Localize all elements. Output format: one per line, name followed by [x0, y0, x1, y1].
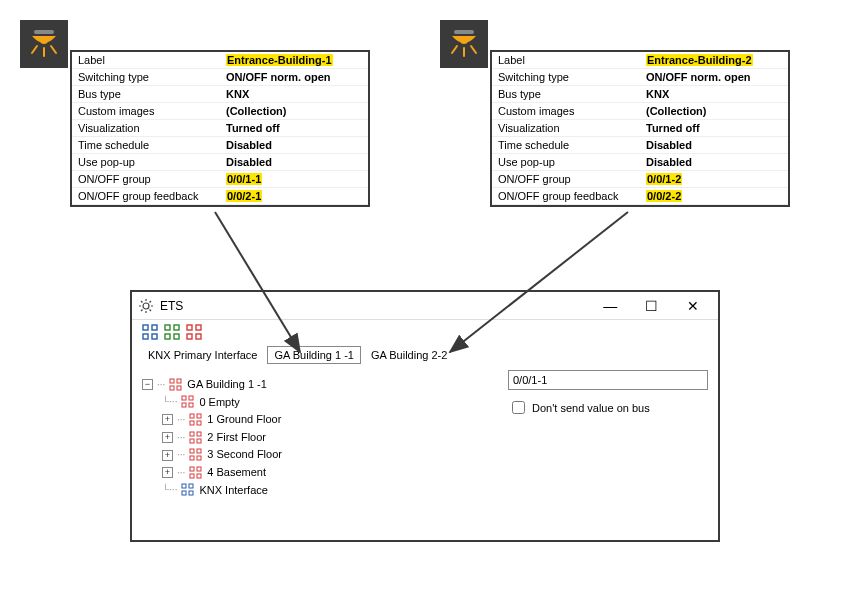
group-icon	[189, 413, 203, 427]
tree-root-label: GA Building 1 -1	[187, 376, 267, 394]
dont-send-label: Don't send value on bus	[532, 402, 650, 414]
prop-key: Custom images	[72, 103, 220, 120]
tab-ga-building-1[interactable]: GA Building 1 -1	[267, 346, 361, 364]
toolbar-icon-blue[interactable]	[142, 324, 158, 340]
prop-val: (Collection)	[640, 103, 788, 120]
tree-node-row[interactable]: +··· 1 Ground Floor	[162, 411, 498, 429]
maximize-button[interactable]: ☐	[633, 298, 671, 314]
tab-ga-building-2[interactable]: GA Building 2-2	[365, 347, 453, 363]
prop-key: Switching type	[72, 69, 220, 86]
dont-send-checkbox-row[interactable]: Don't send value on bus	[508, 398, 708, 417]
prop-val: (Collection)	[220, 103, 368, 120]
interface-icon	[181, 483, 195, 497]
tree-node-row[interactable]: +··· 4 Basement	[162, 464, 498, 482]
prop-key: Use pop-up	[492, 154, 640, 171]
tree-node-row[interactable]: +··· 3 Second Floor	[162, 446, 498, 464]
prop-row: ON/OFF group0/0/1-2	[492, 171, 788, 188]
group-icon	[181, 395, 195, 409]
tree-root-row[interactable]: −··· GA Building 1 -1	[142, 376, 498, 394]
ets-right-pane: Don't send value on bus	[508, 374, 708, 499]
group-address-input[interactable]	[508, 370, 708, 390]
tree-node-label: 4 Basement	[207, 464, 266, 482]
prop-row: Custom images(Collection)	[72, 103, 368, 120]
toolbar-icon-green[interactable]	[164, 324, 180, 340]
prop-val: Disabled	[220, 154, 368, 171]
prop-val: Disabled	[640, 137, 788, 154]
prop-key: Custom images	[492, 103, 640, 120]
close-button[interactable]: ✕	[674, 298, 712, 314]
light-icon	[26, 26, 62, 62]
prop-key: ON/OFF group	[492, 171, 640, 188]
prop-val: Turned off	[640, 120, 788, 137]
prop-val: 0/0/1-2	[640, 171, 788, 188]
tree-node-label: 3 Second Floor	[207, 446, 282, 464]
tree-node-label: 2 First Floor	[207, 429, 266, 447]
ets-tree: −··· GA Building 1 -1 └··· 0 Empty +··· …	[142, 374, 498, 499]
prop-val: KNX	[640, 86, 788, 103]
prop-row: Use pop-upDisabled	[492, 154, 788, 171]
prop-key: Visualization	[72, 120, 220, 137]
prop-val: Turned off	[220, 120, 368, 137]
prop-row: Time scheduleDisabled	[492, 137, 788, 154]
prop-row: LabelEntrance-Building-2	[492, 52, 788, 69]
prop-row: Time scheduleDisabled	[72, 137, 368, 154]
group-icon	[189, 448, 203, 462]
prop-key: Switching type	[492, 69, 640, 86]
prop-val: Disabled	[640, 154, 788, 171]
tree-node-label: 1 Ground Floor	[207, 411, 281, 429]
prop-row: ON/OFF group feedback0/0/2-1	[72, 188, 368, 205]
tree-node-label: KNX Interface	[199, 482, 267, 500]
window-controls: — ☐ ✕	[591, 298, 712, 314]
prop-row: Use pop-upDisabled	[72, 154, 368, 171]
prop-val: Entrance-Building-1	[220, 52, 368, 69]
ets-toolbar	[132, 320, 718, 344]
expand-icon[interactable]: +	[162, 450, 173, 461]
prop-key: ON/OFF group	[72, 171, 220, 188]
prop-val: 0/0/2-1	[220, 188, 368, 205]
prop-key: ON/OFF group feedback	[492, 188, 640, 205]
prop-key: Time schedule	[492, 137, 640, 154]
group-icon	[189, 431, 203, 445]
ets-titlebar: ETS — ☐ ✕	[132, 292, 718, 320]
prop-row: Custom images(Collection)	[492, 103, 788, 120]
expand-icon[interactable]: +	[162, 414, 173, 425]
group-icon	[189, 466, 203, 480]
prop-val: KNX	[220, 86, 368, 103]
prop-key: Label	[492, 52, 640, 69]
ets-tabs: KNX Primary Interface GA Building 1 -1 G…	[132, 344, 718, 368]
group-icon	[169, 378, 183, 392]
prop-key: Bus type	[72, 86, 220, 103]
prop-val: 0/0/2-2	[640, 188, 788, 205]
expand-icon[interactable]: +	[162, 432, 173, 443]
prop-row: Bus typeKNX	[72, 86, 368, 103]
tree-node-row[interactable]: └··· KNX Interface	[162, 482, 498, 500]
collapse-icon[interactable]: −	[142, 379, 153, 390]
minimize-button[interactable]: —	[591, 298, 629, 314]
tab-knx-primary[interactable]: KNX Primary Interface	[142, 347, 263, 363]
light-icon-box-1	[20, 20, 68, 68]
tree-node-row[interactable]: └··· 0 Empty	[162, 394, 498, 412]
gear-icon	[138, 298, 154, 314]
expand-icon[interactable]: +	[162, 467, 173, 478]
prop-row: Switching typeON/OFF norm. open	[72, 69, 368, 86]
property-table-2: LabelEntrance-Building-2 Switching typeO…	[492, 52, 788, 205]
prop-key: ON/OFF group feedback	[72, 188, 220, 205]
toolbar-icon-red[interactable]	[186, 324, 202, 340]
prop-key: Time schedule	[72, 137, 220, 154]
prop-row: VisualizationTurned off	[72, 120, 368, 137]
prop-row: ON/OFF group feedback0/0/2-2	[492, 188, 788, 205]
prop-key: Use pop-up	[72, 154, 220, 171]
prop-row: Switching typeON/OFF norm. open	[492, 69, 788, 86]
ets-title: ETS	[160, 299, 183, 313]
prop-val: ON/OFF norm. open	[640, 69, 788, 86]
tree-node-row[interactable]: +··· 2 First Floor	[162, 429, 498, 447]
prop-val: Entrance-Building-2	[640, 52, 788, 69]
light-icon	[446, 26, 482, 62]
prop-key: Visualization	[492, 120, 640, 137]
dont-send-checkbox[interactable]	[512, 401, 525, 414]
prop-val: 0/0/1-1	[220, 171, 368, 188]
property-panel-2: LabelEntrance-Building-2 Switching typeO…	[490, 50, 790, 207]
prop-key: Label	[72, 52, 220, 69]
property-panel-1: LabelEntrance-Building-1 Switching typeO…	[70, 50, 370, 207]
tree-node-label: 0 Empty	[199, 394, 239, 412]
